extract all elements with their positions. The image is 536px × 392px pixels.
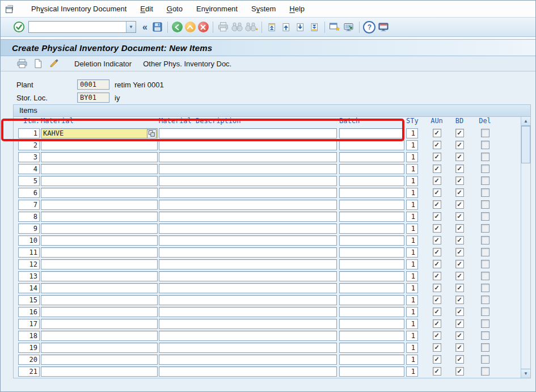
bd-checkbox[interactable]: ✓: [455, 272, 464, 280]
aun-checkbox[interactable]: ✓: [433, 153, 441, 161]
aun-checkbox[interactable]: ✓: [433, 272, 441, 280]
other-phys-inventory-doc-button[interactable]: Other Phys. Inventory Doc.: [137, 58, 237, 69]
aun-checkbox[interactable]: ✓: [433, 236, 441, 245]
command-field[interactable]: [29, 22, 126, 32]
stock-type-field[interactable]: 1: [406, 164, 418, 174]
first-page-icon[interactable]: [265, 20, 279, 34]
bd-checkbox[interactable]: ✓: [455, 284, 464, 292]
bd-checkbox[interactable]: ✓: [455, 260, 464, 268]
batch-input[interactable]: [339, 235, 404, 246]
bd-checkbox[interactable]: ✓: [455, 224, 464, 233]
batch-input[interactable]: [339, 200, 404, 210]
bd-checkbox[interactable]: ✓: [455, 355, 464, 364]
change-pencil-icon[interactable]: [47, 57, 61, 70]
material-description-input[interactable]: [159, 355, 337, 365]
scrollbar-up-button[interactable]: ▲: [521, 117, 530, 126]
material-description-input[interactable]: [159, 283, 337, 293]
plant-field[interactable]: 0001: [77, 79, 109, 90]
batch-input[interactable]: [339, 331, 404, 341]
aun-checkbox[interactable]: ✓: [433, 284, 441, 292]
batch-input[interactable]: [339, 140, 404, 150]
del-checkbox[interactable]: [481, 248, 489, 256]
material-input[interactable]: [41, 140, 158, 150]
aun-checkbox[interactable]: ✓: [433, 224, 441, 233]
print-icon[interactable]: [216, 20, 230, 34]
menu-item-environment[interactable]: Environment: [189, 3, 244, 15]
aun-checkbox[interactable]: ✓: [433, 331, 441, 340]
print-item-icon[interactable]: [15, 57, 29, 70]
del-checkbox[interactable]: [481, 153, 489, 161]
aun-checkbox[interactable]: ✓: [433, 260, 441, 268]
material-input[interactable]: [41, 331, 158, 341]
stock-type-field[interactable]: 1: [406, 128, 418, 138]
menu-item-goto[interactable]: Goto: [160, 3, 189, 15]
aun-checkbox[interactable]: ✓: [433, 367, 441, 376]
back-button[interactable]: [172, 22, 183, 32]
material-description-input[interactable]: [159, 212, 337, 222]
material-description-input[interactable]: [159, 224, 337, 234]
material-input[interactable]: KAHVE: [41, 128, 158, 138]
del-checkbox[interactable]: [481, 355, 489, 364]
menu-item-help[interactable]: Help: [282, 3, 311, 15]
batch-input[interactable]: [339, 295, 404, 305]
del-checkbox[interactable]: [481, 200, 489, 209]
del-checkbox[interactable]: [481, 343, 489, 352]
bd-checkbox[interactable]: ✓: [455, 212, 464, 221]
material-input[interactable]: [41, 307, 158, 317]
stock-type-field[interactable]: 1: [406, 295, 418, 305]
batch-input[interactable]: [339, 224, 404, 234]
stock-type-field[interactable]: 1: [406, 307, 418, 317]
stock-type-field[interactable]: 1: [406, 271, 418, 281]
bd-checkbox[interactable]: ✓: [455, 296, 464, 304]
del-checkbox[interactable]: [481, 367, 489, 376]
new-item-icon[interactable]: [31, 57, 45, 70]
material-input[interactable]: [41, 295, 158, 305]
material-input[interactable]: [41, 224, 158, 234]
bd-checkbox[interactable]: ✓: [455, 236, 464, 245]
batch-input[interactable]: [339, 343, 404, 353]
storage-location-field[interactable]: BY01: [77, 92, 109, 103]
del-checkbox[interactable]: [481, 212, 489, 221]
aun-checkbox[interactable]: ✓: [433, 296, 441, 304]
enter-button[interactable]: [12, 20, 26, 34]
stock-type-field[interactable]: 1: [406, 212, 418, 222]
batch-input[interactable]: [339, 283, 404, 293]
stock-type-field[interactable]: 1: [406, 224, 418, 234]
aun-checkbox[interactable]: ✓: [433, 176, 441, 185]
batch-input[interactable]: [339, 128, 404, 138]
matchcode-button[interactable]: [147, 129, 157, 138]
material-input[interactable]: [41, 200, 158, 210]
bd-checkbox[interactable]: ✓: [455, 141, 464, 149]
batch-input[interactable]: [339, 152, 404, 162]
aun-checkbox[interactable]: ✓: [433, 248, 441, 256]
bd-checkbox[interactable]: ✓: [455, 188, 464, 197]
stock-type-field[interactable]: 1: [406, 283, 418, 293]
batch-input[interactable]: [339, 176, 404, 186]
last-page-icon[interactable]: [307, 20, 322, 34]
material-description-input[interactable]: [159, 128, 337, 138]
menu-item-system[interactable]: System: [244, 3, 282, 15]
material-description-input[interactable]: [159, 200, 337, 210]
del-checkbox[interactable]: [481, 224, 489, 233]
material-input[interactable]: [41, 319, 158, 329]
batch-input[interactable]: [339, 188, 404, 198]
stock-type-field[interactable]: 1: [406, 247, 418, 258]
aun-checkbox[interactable]: ✓: [433, 307, 441, 316]
material-description-input[interactable]: [159, 343, 337, 353]
material-description-input[interactable]: [159, 247, 337, 258]
material-description-input[interactable]: [159, 164, 337, 174]
batch-input[interactable]: [339, 319, 404, 329]
create-shortcut-icon[interactable]: [342, 20, 356, 34]
del-checkbox[interactable]: [481, 260, 489, 268]
previous-page-icon[interactable]: [279, 20, 293, 34]
stock-type-field[interactable]: 1: [406, 343, 418, 353]
material-input[interactable]: [41, 188, 158, 198]
system-menu-icon[interactable]: [5, 5, 14, 14]
stock-type-field[interactable]: 1: [406, 200, 418, 210]
aun-checkbox[interactable]: ✓: [433, 188, 441, 197]
material-description-input[interactable]: [159, 307, 337, 317]
bd-checkbox[interactable]: ✓: [455, 165, 464, 173]
menu-item-physical-inventory-document[interactable]: Physical Inventory Document: [24, 3, 133, 15]
find-next-icon[interactable]: [244, 20, 259, 34]
del-checkbox[interactable]: [481, 141, 489, 149]
